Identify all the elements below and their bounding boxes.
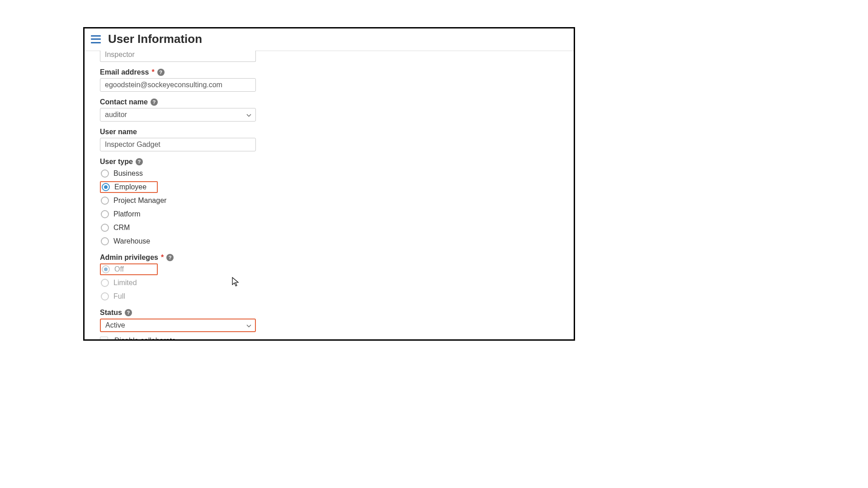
admin-privileges-label-text: Admin privileges — [100, 253, 158, 262]
radio-label: Limited — [113, 279, 137, 287]
user-type-platform[interactable]: Platform — [100, 208, 158, 220]
user-name-field: User name — [100, 128, 558, 151]
radio-label: CRM — [113, 224, 130, 232]
radio-label: Employee — [114, 183, 146, 191]
radio-label: Full — [113, 292, 125, 300]
contact-name-value: auditor — [105, 111, 127, 119]
radio-label: Project Manager — [113, 197, 166, 205]
status-label: Status ? — [100, 309, 558, 317]
radio-label: Warehouse — [113, 237, 150, 245]
status-field: Status ? Active Disable collaborate Keep… — [100, 309, 558, 341]
user-type-crm[interactable]: CRM — [100, 222, 158, 234]
user-type-field: User type ? Business Employee Project Ma… — [100, 158, 558, 247]
page-header: User Information — [85, 28, 574, 51]
radio-icon — [101, 237, 109, 245]
disable-collaborate-label: Disable collaborate — [114, 337, 176, 341]
email-label-text: Email address — [100, 68, 149, 76]
contact-name-select-wrap: auditor — [100, 108, 256, 122]
role-input-cutoff[interactable]: Inspector — [100, 51, 256, 62]
radio-icon — [101, 224, 109, 232]
admin-privileges-label: Admin privileges * ? — [100, 253, 558, 262]
status-select-wrap: Active — [100, 319, 256, 332]
email-input[interactable] — [100, 78, 256, 92]
disable-collaborate-row[interactable]: Disable collaborate — [100, 337, 558, 341]
admin-off[interactable]: Off — [100, 263, 158, 275]
required-indicator: * — [152, 68, 155, 76]
user-type-warehouse[interactable]: Warehouse — [100, 235, 158, 247]
help-icon[interactable]: ? — [151, 99, 158, 106]
radio-label: Business — [113, 169, 143, 178]
user-type-label: User type ? — [100, 158, 558, 166]
status-label-text: Status — [100, 309, 122, 317]
help-icon[interactable]: ? — [157, 69, 165, 76]
help-icon[interactable]: ? — [166, 254, 174, 261]
radio-icon — [101, 279, 109, 287]
contact-name-label-text: Contact name — [100, 98, 148, 106]
app-frame: User Information Inspector Email address… — [83, 27, 575, 341]
page-title: User Information — [108, 32, 202, 46]
radio-icon — [101, 169, 109, 178]
email-field: Email address * ? — [100, 68, 558, 92]
user-info-form: Inspector Email address * ? Contact name… — [85, 51, 574, 341]
user-name-label-text: User name — [100, 128, 137, 136]
radio-icon — [102, 265, 110, 273]
contact-name-label: Contact name ? — [100, 98, 558, 106]
user-type-radio-group: Business Employee Project Manager Platfo… — [100, 168, 558, 247]
user-type-business[interactable]: Business — [100, 168, 158, 179]
contact-name-field: Contact name ? auditor — [100, 98, 558, 122]
required-indicator: * — [161, 253, 164, 262]
user-type-project-manager[interactable]: Project Manager — [100, 195, 169, 206]
admin-full[interactable]: Full — [100, 291, 158, 302]
email-label: Email address * ? — [100, 68, 558, 76]
user-type-employee[interactable]: Employee — [100, 181, 158, 193]
radio-icon — [101, 197, 109, 205]
admin-privileges-field: Admin privileges * ? Off Limited Full — [100, 253, 558, 302]
admin-limited[interactable]: Limited — [100, 277, 158, 289]
user-name-input[interactable] — [100, 138, 256, 151]
radio-icon — [102, 183, 110, 191]
checkbox-icon — [100, 337, 108, 341]
status-select[interactable]: Active — [100, 319, 256, 332]
help-icon[interactable]: ? — [136, 158, 143, 165]
radio-label: Platform — [113, 210, 141, 218]
radio-icon — [101, 210, 109, 218]
menu-icon[interactable] — [91, 35, 101, 43]
user-name-label: User name — [100, 128, 558, 136]
help-icon[interactable]: ? — [125, 309, 132, 316]
status-value: Active — [105, 321, 125, 329]
admin-privileges-radio-group: Off Limited Full — [100, 263, 558, 302]
contact-name-select[interactable]: auditor — [100, 108, 256, 122]
radio-icon — [101, 292, 109, 300]
radio-label: Off — [114, 265, 124, 273]
user-type-label-text: User type — [100, 158, 133, 166]
